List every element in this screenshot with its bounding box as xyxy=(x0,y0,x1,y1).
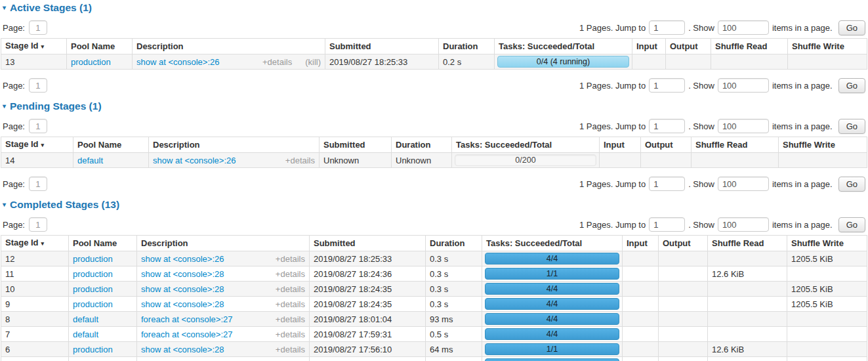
shuffle-read-cell xyxy=(692,153,779,168)
pending-top-pagination: Page: 1 Pages. Jump to . Show items in a… xyxy=(3,119,865,133)
stage-row: 6 production show at <console>:28 +detai… xyxy=(1,342,867,357)
col-tasks[interactable]: Tasks: Succeeded/Total xyxy=(495,39,632,54)
stage-id-cell: 12 xyxy=(1,251,69,266)
col-description[interactable]: Description xyxy=(133,39,325,54)
col-submitted[interactable]: Submitted xyxy=(310,236,426,251)
shuffle-read-cell xyxy=(708,312,787,327)
description-cell: show at <console>:28 +details xyxy=(137,357,310,361)
go-button[interactable]: Go xyxy=(838,217,865,232)
show-items-input[interactable] xyxy=(718,119,769,133)
col-stage-id[interactable]: Stage Id▾ xyxy=(1,137,73,153)
pool-link[interactable]: default xyxy=(73,314,98,324)
col-pool-name[interactable]: Pool Name xyxy=(67,39,133,54)
col-duration[interactable]: Duration xyxy=(426,236,482,251)
stage-description-link[interactable]: show at <console>:26 xyxy=(141,254,224,264)
details-toggle[interactable]: +details xyxy=(262,57,292,67)
details-toggle[interactable]: +details xyxy=(276,329,305,339)
pages-info: 1 Pages. Jump to xyxy=(579,81,646,91)
col-shuffle-read[interactable]: Shuffle Read xyxy=(711,39,788,54)
description-cell: show at <console>:26 +details xyxy=(137,251,310,266)
details-toggle[interactable]: +details xyxy=(285,156,315,165)
completed-stages-header[interactable]: ▾ Completed Stages (13) xyxy=(3,200,867,210)
pool-link[interactable]: production xyxy=(71,57,111,67)
stage-description-link[interactable]: show at <console>:26 xyxy=(153,156,236,165)
pool-link[interactable]: production xyxy=(73,345,113,354)
col-stage-id[interactable]: Stage Id▾ xyxy=(1,39,67,54)
col-submitted[interactable]: Submitted xyxy=(325,39,439,54)
jump-to-input[interactable] xyxy=(649,177,685,191)
col-input[interactable]: Input xyxy=(632,39,666,54)
col-output[interactable]: Output xyxy=(666,39,711,54)
col-shuffle-read[interactable]: Shuffle Read xyxy=(692,137,779,153)
submitted-cell: 2019/08/27 17:56:10 xyxy=(310,357,426,361)
page-input[interactable] xyxy=(29,177,47,191)
details-toggle[interactable]: +details xyxy=(276,284,305,294)
pool-link[interactable]: default xyxy=(73,329,98,339)
stage-description-link[interactable]: show at <console>:28 xyxy=(141,299,224,309)
pool-link[interactable]: default xyxy=(77,156,103,165)
duration-cell: 64 ms xyxy=(426,342,482,357)
go-button[interactable]: Go xyxy=(838,119,865,134)
input-cell xyxy=(632,54,666,70)
pool-link[interactable]: production xyxy=(73,299,113,309)
pool-link[interactable]: production xyxy=(73,269,113,279)
col-input[interactable]: Input xyxy=(623,236,659,251)
col-tasks[interactable]: Tasks: Succeeded/Total xyxy=(482,236,623,251)
pending-stages-header[interactable]: ▾ Pending Stages (1) xyxy=(3,101,867,112)
tasks-cell: 0/4 (4 running) xyxy=(495,54,632,70)
stage-description-link[interactable]: foreach at <console>:27 xyxy=(141,329,233,339)
jump-to-input[interactable] xyxy=(649,20,685,35)
stage-description-link[interactable]: show at <console>:28 xyxy=(141,345,224,354)
stage-description-link[interactable]: show at <console>:26 xyxy=(136,57,219,67)
col-stage-id[interactable]: Stage Id▾ xyxy=(1,236,69,251)
pool-link[interactable]: production xyxy=(73,254,113,264)
jump-to-input[interactable] xyxy=(649,119,685,133)
details-toggle[interactable]: +details xyxy=(276,269,305,279)
details-toggle[interactable]: +details xyxy=(276,299,305,309)
stage-row: 9 production show at <console>:28 +detai… xyxy=(1,297,867,312)
col-duration[interactable]: Duration xyxy=(392,137,452,153)
details-toggle[interactable]: +details xyxy=(276,345,305,354)
pool-cell: production xyxy=(69,357,137,361)
col-submitted[interactable]: Submitted xyxy=(320,137,392,153)
jump-to-input[interactable] xyxy=(649,217,685,232)
duration-cell: 0.3 s xyxy=(426,297,482,312)
active-stages-header[interactable]: ▾ Active Stages (1) xyxy=(3,3,867,13)
col-tasks[interactable]: Tasks: Succeeded/Total xyxy=(452,137,600,153)
col-input[interactable]: Input xyxy=(600,137,641,153)
show-items-input[interactable] xyxy=(718,177,769,191)
col-output[interactable]: Output xyxy=(641,137,692,153)
output-cell xyxy=(659,342,708,357)
col-shuffle-write[interactable]: Shuffle Write xyxy=(787,236,867,251)
go-button[interactable]: Go xyxy=(838,20,865,35)
page-input[interactable] xyxy=(29,119,47,133)
col-duration[interactable]: Duration xyxy=(439,39,495,54)
kill-link[interactable]: (kill) xyxy=(305,57,321,67)
show-items-input[interactable] xyxy=(718,78,769,93)
show-items-input[interactable] xyxy=(718,217,769,232)
details-toggle[interactable]: +details xyxy=(276,314,305,324)
stage-description-link[interactable]: show at <console>:28 xyxy=(141,284,224,294)
show-label: . Show xyxy=(688,220,714,230)
col-shuffle-write[interactable]: Shuffle Write xyxy=(779,137,867,153)
details-toggle[interactable]: +details xyxy=(276,254,305,264)
col-description[interactable]: Description xyxy=(137,236,310,251)
go-button[interactable]: Go xyxy=(838,78,865,93)
col-output[interactable]: Output xyxy=(659,236,708,251)
col-shuffle-read[interactable]: Shuffle Read xyxy=(708,236,787,251)
col-pool-name[interactable]: Pool Name xyxy=(73,137,149,153)
stage-description-link[interactable]: show at <console>:28 xyxy=(141,269,224,279)
go-button[interactable]: Go xyxy=(838,177,865,192)
show-label: . Show xyxy=(688,81,714,91)
page-input[interactable] xyxy=(29,217,47,232)
col-pool-name[interactable]: Pool Name xyxy=(69,236,137,251)
show-items-input[interactable] xyxy=(718,20,769,35)
col-shuffle-write[interactable]: Shuffle Write xyxy=(788,39,867,54)
tasks-cell: 1/1 xyxy=(482,342,623,357)
pool-link[interactable]: production xyxy=(73,284,113,294)
col-description[interactable]: Description xyxy=(149,137,320,153)
page-input[interactable] xyxy=(29,78,47,93)
jump-to-input[interactable] xyxy=(649,78,685,93)
page-input[interactable] xyxy=(29,20,47,35)
stage-description-link[interactable]: foreach at <console>:27 xyxy=(141,314,233,324)
